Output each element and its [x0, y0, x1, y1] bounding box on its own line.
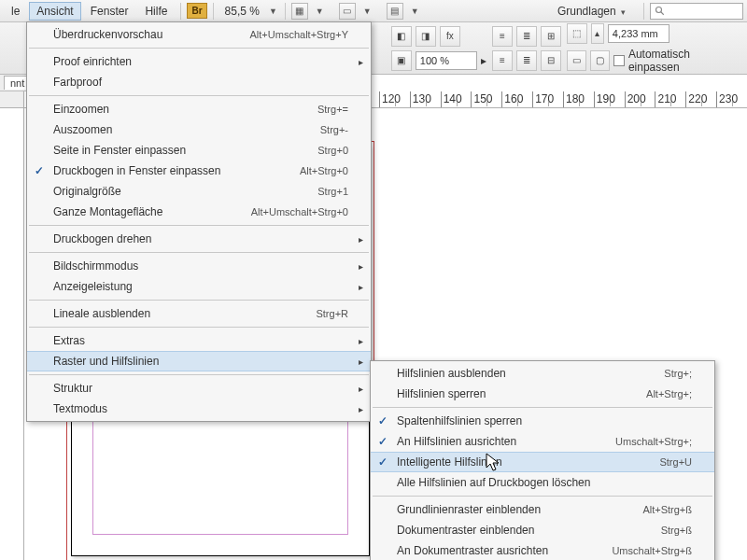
menu-item[interactable]: Farbproof	[27, 72, 371, 92]
align-button[interactable]: ≣	[516, 26, 537, 47]
chevron-down-icon[interactable]: ▼	[314, 7, 326, 16]
arrange-icon[interactable]: ▤	[387, 3, 403, 20]
view-menu-dropdown: ÜberdruckenvorschauAlt+Umschalt+Strg+YPr…	[26, 21, 372, 422]
check-icon: ✓	[35, 164, 44, 177]
menu-item[interactable]: Struktur	[27, 378, 371, 399]
ruler-tick: 170	[532, 91, 563, 108]
menu-item[interactable]: Bildschirmmodus	[27, 256, 371, 276]
menu-item[interactable]: ✓Intelligente HilfslinienStrg+U	[371, 452, 714, 472]
menu-item[interactable]: Lineale ausblendenStrg+R	[27, 303, 371, 324]
menu-item[interactable]: ✓Druckbogen in Fenster einpassenAlt+Strg…	[27, 161, 371, 181]
ruler-origin[interactable]	[0, 91, 24, 108]
ruler-tick: 120	[379, 91, 410, 108]
menu-item[interactable]: Textmodus	[27, 399, 371, 419]
separator	[180, 3, 181, 20]
fit-button[interactable]: ▢	[590, 50, 610, 71]
percent-field[interactable]: 100 %	[416, 51, 477, 70]
toolbar-group: ≡ ≣ ⊞ ≡ ≣ ⊟	[492, 26, 561, 71]
menu-item[interactable]: AuszoomenStrg+-	[27, 119, 371, 140]
screen-mode-icon[interactable]: ▭	[339, 3, 356, 20]
view-options-icon[interactable]: ▦	[291, 3, 308, 20]
tool-button[interactable]: ▣	[391, 50, 412, 71]
ruler-tick: 200	[625, 91, 655, 108]
separator	[643, 3, 644, 20]
workspace-switcher[interactable]: Grundlagen ▾	[547, 1, 638, 21]
menu-item[interactable]: Proof einrichten	[27, 51, 371, 72]
menu-item[interactable]: Raster und Hilfslinien	[27, 351, 371, 371]
menu-item[interactable]: Seite in Fenster einpassenStrg+0	[27, 140, 371, 161]
chevron-down-icon[interactable]: ▸	[481, 54, 486, 67]
align-button[interactable]: ≡	[492, 50, 513, 71]
ruler-tick: 190	[594, 91, 625, 108]
menu-item[interactable]: Anzeigeleistung	[27, 276, 371, 297]
ruler-tick: 210	[655, 91, 685, 108]
measurement-field[interactable]: 4,233 mm	[608, 24, 669, 43]
ruler-tick: 230	[716, 91, 747, 108]
menu-item[interactable]: EinzoomenStrg+=	[27, 99, 371, 119]
menu-item[interactable]: Hilfslinien ausblendenStrg+;	[371, 363, 714, 384]
fit-button[interactable]: ▭	[567, 50, 586, 71]
separator	[285, 3, 286, 20]
bridge-button[interactable]: Br	[187, 3, 206, 19]
search-field[interactable]	[650, 3, 743, 20]
ruler-tick: 140	[441, 91, 472, 108]
tool-button[interactable]: ◧	[391, 26, 412, 47]
menu-item[interactable]: Dokumentraster einblendenStrg+ß	[371, 520, 714, 540]
toolbar-group: ⬚ ▴ 4,233 mm ▭ ▢ Automatisch einpassen	[567, 23, 740, 74]
check-icon: ✓	[378, 414, 388, 427]
align-button[interactable]: ≡	[492, 26, 513, 47]
menu-item[interactable]: Alle Hilfslinien auf Druckbogen löschen	[371, 472, 714, 493]
menu-item[interactable]: ÜberdruckenvorschauAlt+Umschalt+Strg+Y	[27, 24, 371, 45]
svg-line-1	[661, 11, 664, 14]
stepper-up[interactable]: ▴	[591, 23, 604, 44]
check-icon: ✓	[378, 435, 388, 448]
menu-item[interactable]: Extras	[27, 330, 371, 351]
menu-item[interactable]: An Dokumentraster ausrichtenUmschalt+Str…	[371, 540, 714, 560]
ruler-tick: 160	[501, 91, 532, 108]
toolbar-group: ◧ ◨ fx ▣ 100 % ▸	[391, 26, 486, 71]
menu-item[interactable]: OriginalgrößeStrg+1	[27, 181, 371, 202]
menu-fragment: le	[4, 2, 27, 21]
align-button[interactable]: ⊞	[541, 26, 561, 47]
menu-item[interactable]: ✓An Hilfslinien ausrichtenUmschalt+Strg+…	[371, 431, 714, 452]
menu-item[interactable]: Druckbogen drehen	[27, 229, 371, 249]
ruler-tick: 130	[410, 91, 441, 108]
tool-button[interactable]: ◨	[416, 26, 436, 47]
checkbox-icon	[613, 55, 625, 66]
chevron-down-icon[interactable]: ▼	[361, 7, 374, 16]
grid-guides-submenu: Hilfslinien ausblendenStrg+;Hilfslinien …	[370, 360, 715, 560]
crop-button[interactable]: ⬚	[567, 23, 587, 44]
chevron-down-icon[interactable]: ▼	[409, 7, 421, 16]
ruler-tick: 220	[685, 91, 716, 108]
align-button[interactable]: ≣	[516, 50, 537, 71]
menu-item[interactable]: Hilfslinien sperrenAlt+Strg+;	[371, 384, 714, 404]
zoom-level[interactable]: 85,5 %	[219, 5, 265, 18]
menu-view[interactable]: Ansicht	[29, 2, 80, 21]
svg-point-0	[656, 7, 662, 12]
menu-item[interactable]: Ganze MontageflächeAlt+Umschalt+Strg+0	[27, 202, 371, 222]
check-icon: ✓	[378, 455, 388, 469]
menu-help[interactable]: Hilfe	[137, 2, 175, 21]
separator	[213, 3, 214, 20]
fx-button[interactable]: fx	[440, 26, 460, 47]
menubar: le Ansicht Fenster Hilfe Br 85,5 % ▼ ▦▼ …	[0, 0, 747, 22]
vertical-ruler	[0, 108, 24, 560]
menu-item[interactable]: Grundlinienraster einblendenAlt+Strg+ß	[371, 499, 714, 520]
chevron-down-icon[interactable]: ▼	[267, 7, 279, 16]
menu-window[interactable]: Fenster	[83, 2, 136, 21]
autofit-checkbox[interactable]: Automatisch einpassen	[613, 48, 740, 74]
ruler-tick: 150	[471, 91, 501, 108]
ruler-tick: 180	[563, 91, 594, 108]
search-icon	[655, 6, 666, 17]
menu-item[interactable]: ✓Spaltenhilfslinien sperren	[371, 411, 714, 431]
align-button[interactable]: ⊟	[541, 50, 561, 71]
